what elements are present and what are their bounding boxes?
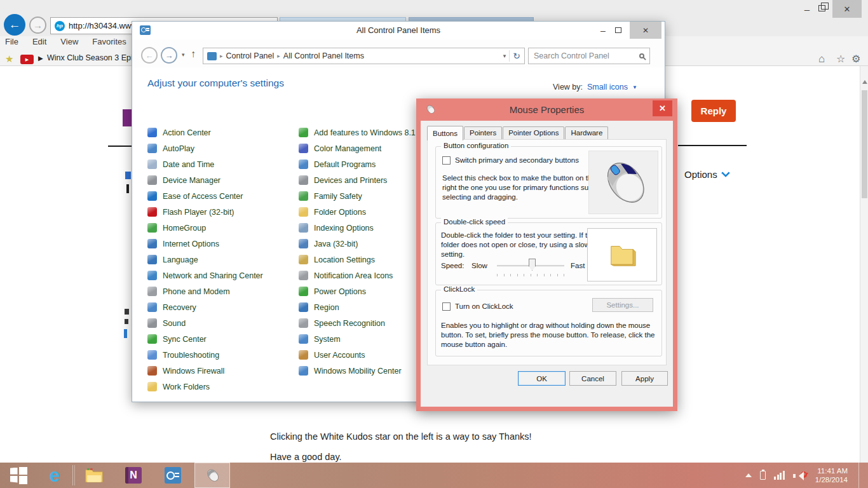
checkbox-icon[interactable] (442, 302, 451, 311)
control-panel-item-color-management[interactable]: Color Management (299, 140, 416, 156)
battery-icon[interactable] (760, 471, 766, 480)
control-panel-item-windows-firewall[interactable]: Windows Firewall (147, 363, 263, 379)
menu-favorites[interactable]: Favorites (92, 37, 126, 46)
menu-edit[interactable]: Edit (32, 37, 46, 46)
control-panel-titlebar[interactable]: All Control Panel Items – ✕ (132, 22, 665, 39)
control-panel-item-homegroup[interactable]: HomeGroup (147, 220, 263, 236)
search-icon[interactable] (639, 53, 644, 58)
favorites-bar-link[interactable]: Winx Club Season 3 Epi... (47, 53, 139, 62)
options-menu[interactable]: Options (684, 169, 729, 180)
taskbar-ie-button[interactable]: e (37, 463, 72, 488)
taskbar-mouse-properties-button-active[interactable] (194, 463, 230, 488)
control-panel-item-work-folders[interactable]: Work Folders (147, 379, 263, 395)
taskbar-file-explorer-button[interactable] (76, 463, 112, 488)
hidden-icons-icon[interactable] (745, 473, 752, 477)
control-panel-item-device-manager[interactable]: Device Manager (147, 172, 263, 188)
page-scrollbar[interactable] (860, 66, 868, 463)
control-panel-item-internet-options[interactable]: Internet Options (147, 236, 263, 252)
control-panel-item-action-center[interactable]: Action Center (147, 125, 263, 140)
tab-buttons[interactable]: Buttons (427, 126, 463, 140)
control-panel-item-java-32-bit[interactable]: Java (32-bit) (299, 236, 416, 252)
control-panel-item-recovery[interactable]: Recovery (147, 299, 263, 315)
refresh-icon[interactable]: ↻ (513, 51, 520, 61)
taskbar-control-panel-button[interactable] (155, 463, 191, 488)
youtube-favicon-icon[interactable]: ▶ (20, 55, 34, 64)
show-desktop-button[interactable] (858, 463, 863, 488)
home-icon[interactable]: ⌂ (818, 53, 825, 65)
browser-forward-button[interactable]: → (29, 17, 46, 34)
switch-buttons-checkbox[interactable]: Switch primary and secondary buttons (442, 156, 579, 165)
control-panel-item-default-programs[interactable]: Default Programs (299, 156, 416, 172)
control-panel-item-ease-of-access-center[interactable]: Ease of Access Center (147, 188, 263, 204)
start-button[interactable] (0, 463, 37, 488)
browser-close-button[interactable]: ✕ (832, 0, 862, 18)
control-panel-item-autoplay[interactable]: AutoPlay (147, 140, 263, 156)
nav-forward-button[interactable]: → (161, 47, 177, 64)
control-panel-item-sound[interactable]: Sound (147, 315, 263, 331)
gear-icon[interactable]: ⚙ (851, 53, 860, 65)
tab-hardware[interactable]: Hardware (565, 126, 608, 139)
control-panel-item-troubleshooting[interactable]: Troubleshooting (147, 347, 263, 363)
control-panel-item-region[interactable]: Region (299, 299, 416, 315)
cancel-button[interactable]: Cancel (569, 371, 616, 386)
volume-muted-icon[interactable] (793, 471, 807, 480)
window-minimize-button[interactable]: – (594, 24, 612, 37)
control-panel-item-user-accounts[interactable]: User Accounts (299, 347, 416, 363)
tab-pointers[interactable]: Pointers (464, 126, 502, 139)
scrollbar-thumb[interactable] (862, 90, 867, 198)
control-panel-item-date-and-time[interactable]: Date and Time (147, 156, 263, 172)
control-panel-item-system[interactable]: System (299, 331, 416, 347)
menu-file[interactable]: File (5, 37, 18, 46)
ok-button[interactable]: OK (518, 371, 566, 386)
tab-pointer-options[interactable]: Pointer Options (503, 126, 564, 139)
control-panel-item-speech-recognition[interactable]: Speech Recognition (299, 315, 416, 331)
breadcrumb-current[interactable]: All Control Panel Items (283, 51, 364, 60)
test-folder-area[interactable] (587, 228, 657, 281)
taskbar-onenote-button[interactable]: N (116, 463, 151, 488)
breadcrumb-root[interactable]: Control Panel (226, 51, 275, 60)
browser-restore-button[interactable] (818, 5, 825, 11)
turn-on-clicklock-checkbox[interactable]: Turn on ClickLock (442, 302, 513, 311)
control-panel-item-sync-center[interactable]: Sync Center (147, 331, 263, 347)
control-panel-item-folder-options[interactable]: Folder Options (299, 204, 416, 220)
control-panel-item-phone-and-modem[interactable]: Phone and Modem (147, 283, 263, 299)
view-by-caret-icon[interactable]: ▼ (632, 85, 637, 90)
control-panel-item-location-settings[interactable]: Location Settings (299, 252, 416, 268)
window-maximize-button[interactable] (615, 27, 621, 33)
checkbox-icon[interactable] (442, 156, 451, 165)
nav-history-dropdown-icon[interactable]: ▾ (182, 51, 185, 58)
control-panel-item-add-features-to-windows-8-1[interactable]: Add features to Windows 8.1 (299, 125, 416, 140)
network-signal-icon[interactable] (774, 471, 785, 480)
nav-up-icon[interactable]: ↑ (191, 48, 196, 60)
nav-back-button[interactable]: ← (141, 47, 158, 64)
slider-tick (557, 274, 558, 276)
browser-minimize-button[interactable]: – (798, 1, 816, 17)
control-panel-item-family-safety[interactable]: Family Safety (299, 188, 416, 204)
breadcrumb-dropdown-icon[interactable]: ▾ (503, 53, 506, 59)
browser-back-button[interactable]: ← (4, 14, 25, 36)
view-by-control: View by: Small icons ▼ (553, 83, 637, 92)
dialog-titlebar[interactable]: Mouse Properties ✕ (416, 98, 677, 121)
control-panel-item-power-options[interactable]: Power Options (299, 283, 416, 299)
speed-slider-thumb[interactable] (529, 259, 536, 271)
control-panel-item-notification-area-icons[interactable]: Notification Area Icons (299, 268, 416, 283)
favorites-icon[interactable]: ☆ (836, 53, 845, 65)
search-box[interactable]: Search Control Panel (528, 48, 650, 64)
dialog-close-button[interactable]: ✕ (653, 100, 672, 116)
view-by-value[interactable]: Small icons (587, 83, 628, 92)
scroll-up-icon[interactable] (862, 80, 867, 84)
menu-view[interactable]: View (60, 37, 78, 46)
apply-button[interactable]: Apply (621, 371, 668, 386)
page-title: Adjust your computer's settings (147, 78, 284, 89)
breadcrumb[interactable]: ▸ Control Panel ▸ All Control Panel Item… (203, 48, 525, 64)
control-panel-item-devices-and-printers[interactable]: Devices and Printers (299, 172, 416, 188)
window-close-button[interactable]: ✕ (630, 22, 661, 39)
reply-button[interactable]: Reply (691, 100, 736, 122)
control-panel-item-language[interactable]: Language (147, 252, 263, 268)
control-panel-item-network-and-sharing-center[interactable]: Network and Sharing Center (147, 268, 263, 283)
control-panel-item-indexing-options[interactable]: Indexing Options (299, 220, 416, 236)
favorites-bar-star-icon[interactable]: ★ (5, 53, 13, 65)
control-panel-item-windows-mobility-center[interactable]: Windows Mobility Center (299, 363, 416, 379)
clock[interactable]: 11:41 AM 1/28/2014 (815, 466, 848, 484)
control-panel-item-flash-player-32-bit[interactable]: Flash Player (32-bit) (147, 204, 263, 220)
